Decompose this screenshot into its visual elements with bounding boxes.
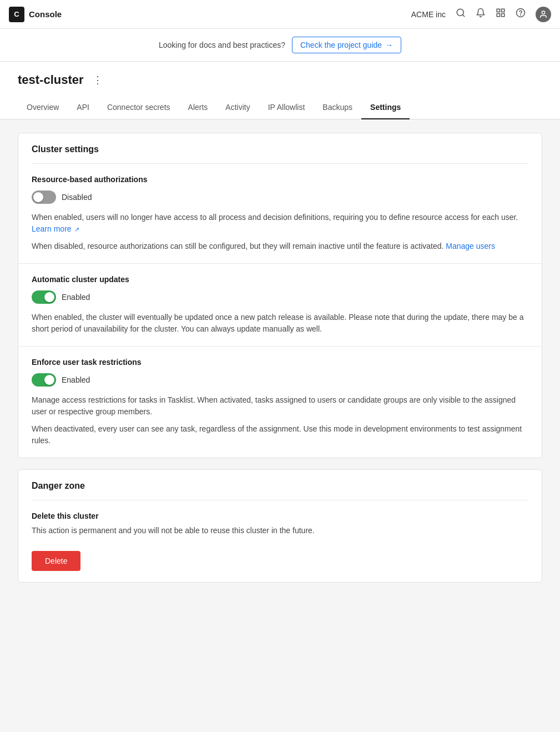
tab-alerts[interactable]: Alerts — [179, 96, 217, 119]
svg-rect-5 — [502, 14, 504, 17]
svg-rect-4 — [497, 14, 500, 17]
cluster-settings-title: Cluster settings — [18, 133, 542, 163]
manage-users-link[interactable]: Manage users — [446, 242, 495, 250]
tab-backups[interactable]: Backups — [314, 96, 361, 119]
tab-activity[interactable]: Activity — [216, 96, 259, 119]
tab-api[interactable]: API — [68, 96, 98, 119]
project-guide-link[interactable]: Check the project guide → — [292, 37, 401, 53]
auto-updates-toggle[interactable] — [32, 290, 56, 304]
danger-zone-title: Danger zone — [18, 470, 542, 500]
user-task-section: Enforce user task restrictions Enabled M… — [18, 347, 542, 458]
danger-zone-card: Danger zone Delete this cluster This act… — [18, 469, 542, 583]
tabs-bar: Overview API Connector secrets Alerts Ac… — [0, 96, 560, 119]
resource-auth-desc2: When disabled, resource authorizations c… — [32, 240, 528, 252]
auto-updates-heading: Automatic cluster updates — [32, 275, 528, 284]
auto-updates-desc1: When enabled, the cluster will eventuall… — [32, 312, 528, 335]
banner-text: Looking for docs and best practices? — [159, 41, 285, 49]
tab-ip-allowlist[interactable]: IP Allowlist — [259, 96, 314, 119]
org-name: ACME inc — [411, 10, 446, 19]
delete-cluster-heading: Delete this cluster — [32, 512, 528, 520]
cluster-title: test-cluster ⋮ — [18, 73, 542, 96]
auto-updates-section: Automatic cluster updates Enabled When e… — [18, 264, 542, 347]
tab-connector-secrets[interactable]: Connector secrets — [98, 96, 179, 119]
page-header: test-cluster ⋮ — [0, 62, 560, 96]
toggle-thumb — [44, 375, 54, 385]
user-task-desc2: When deactivated, every user can see any… — [32, 423, 528, 447]
user-task-desc1: Manage access restrictions for tasks in … — [32, 394, 528, 418]
topnav-right: ACME inc — [411, 7, 551, 22]
resource-auth-toggle[interactable] — [32, 190, 56, 204]
danger-zone-section: Delete this cluster This action is perma… — [18, 500, 542, 582]
banner: Looking for docs and best practices? Che… — [0, 29, 560, 62]
search-icon[interactable] — [456, 8, 466, 21]
svg-rect-2 — [497, 9, 500, 12]
svg-rect-3 — [502, 9, 504, 12]
cluster-settings-card: Cluster settings Resource-based authoriz… — [18, 133, 542, 458]
svg-point-8 — [542, 11, 544, 14]
svg-line-1 — [462, 14, 464, 16]
external-link-icon: ↗ — [74, 226, 79, 233]
auto-updates-toggle-row: Enabled — [32, 290, 528, 304]
topnav: C Console ACME inc — [0, 0, 560, 29]
delete-button[interactable]: Delete — [32, 551, 80, 571]
resource-auth-toggle-label: Disabled — [62, 193, 92, 202]
avatar[interactable] — [536, 7, 551, 22]
user-task-toggle-label: Enabled — [62, 375, 90, 384]
user-task-toggle-row: Enabled — [32, 373, 528, 387]
logo-icon: C — [9, 7, 24, 22]
tab-settings[interactable]: Settings — [361, 96, 410, 119]
topnav-left: C Console — [9, 7, 411, 22]
main-content: Cluster settings Resource-based authoriz… — [0, 119, 560, 596]
user-task-toggle[interactable] — [32, 373, 56, 387]
toggle-thumb — [44, 292, 54, 302]
resource-auth-section: Resource-based authorizations Disabled W… — [18, 164, 542, 264]
bell-icon[interactable] — [476, 8, 486, 21]
app-name: Console — [29, 9, 62, 19]
learn-more-link[interactable]: Learn more ↗ — [32, 224, 79, 233]
resource-auth-desc1: When enabled, users will no longer have … — [32, 212, 528, 235]
auto-updates-toggle-label: Enabled — [62, 293, 90, 302]
user-task-heading: Enforce user task restrictions — [32, 358, 528, 367]
cluster-name: test-cluster — [18, 73, 84, 87]
more-button[interactable]: ⋮ — [89, 73, 106, 87]
toggle-thumb — [33, 192, 43, 202]
resource-auth-toggle-row: Disabled — [32, 190, 528, 204]
grid-icon[interactable] — [496, 8, 506, 21]
help-icon[interactable] — [516, 8, 526, 21]
resource-auth-heading: Resource-based authorizations — [32, 175, 528, 184]
topnav-logo[interactable]: C Console — [9, 7, 62, 22]
tab-overview[interactable]: Overview — [18, 96, 68, 119]
delete-cluster-desc: This action is permanent and you will no… — [32, 525, 528, 537]
